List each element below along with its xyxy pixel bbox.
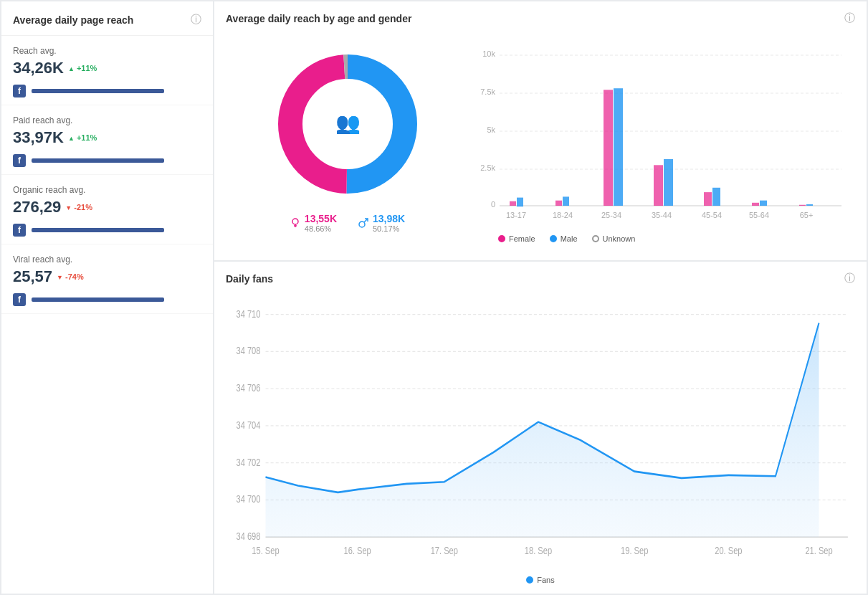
female-pct: 48.66%	[305, 224, 337, 233]
svg-rect-32	[806, 204, 813, 206]
svg-text:34 706: 34 706	[236, 382, 260, 394]
donut-labels: 13,55K 48.66% 13,98K	[290, 213, 405, 233]
svg-rect-19	[510, 201, 516, 206]
svg-text:34 700: 34 700	[236, 493, 260, 505]
metric-organic-reach-avg: Organic reach avg. 276,29 -21% f	[1, 175, 213, 244]
svg-text:0: 0	[491, 200, 495, 209]
male-label: 13,98K 50.17%	[358, 213, 405, 233]
metric-change-organic: -21%	[65, 203, 92, 211]
female-label: 13,55K 48.66%	[290, 213, 337, 233]
line-chart-area: 34 710 34 708 34 706 34 704 34 702 34 70…	[226, 295, 855, 571]
fans-legend-dot	[526, 576, 533, 584]
donut-chart: 👥	[269, 45, 426, 203]
male-value: 13,98K	[373, 213, 405, 224]
daily-fans-header: Daily fans ⓘ	[226, 272, 855, 285]
metric-change-paid: +11%	[68, 133, 97, 142]
metric-label-reach-avg: Reach avg.	[13, 46, 201, 56]
metric-label-paid: Paid reach avg.	[13, 115, 201, 125]
metric-change-viral: -74%	[57, 272, 84, 281]
age-gender-panel: Average daily reach by age and gender ⓘ	[214, 1, 867, 260]
fb-bar-wrap-3: f	[13, 293, 201, 306]
svg-text:15. Sep: 15. Sep	[252, 545, 279, 557]
svg-rect-31	[799, 205, 806, 206]
svg-text:10k: 10k	[482, 49, 495, 58]
svg-text:18-24: 18-24	[553, 211, 573, 219]
info-icon-age-gender[interactable]: ⓘ	[844, 11, 855, 25]
svg-rect-21	[555, 201, 562, 206]
svg-text:👥: 👥	[335, 111, 361, 135]
male-stats: 13,98K 50.17%	[373, 213, 405, 233]
svg-text:34 710: 34 710	[236, 308, 260, 320]
svg-rect-28	[712, 188, 720, 206]
info-icon-fans[interactable]: ⓘ	[844, 272, 855, 285]
fans-legend-item: Fans	[526, 576, 554, 584]
svg-rect-27	[704, 192, 712, 206]
bar-chart-section: 10k 7.5k 5k 2.5k 0	[469, 35, 855, 250]
metric-change-reach-avg: +11%	[68, 64, 97, 72]
daily-fans-title: Daily fans	[226, 273, 273, 285]
bar-chart-svg: 10k 7.5k 5k 2.5k 0	[469, 42, 848, 236]
svg-point-4	[292, 219, 298, 224]
fb-bar-wrap-2: f	[13, 224, 201, 237]
metric-viral-reach-avg: Viral reach avg. 25,57 -74% f	[1, 244, 213, 314]
female-symbol-icon	[290, 218, 300, 228]
svg-text:21. Sep: 21. Sep	[805, 545, 832, 557]
svg-text:34 704: 34 704	[236, 419, 260, 431]
svg-text:65+: 65+	[800, 211, 814, 219]
female-value: 13,55K	[305, 213, 337, 224]
svg-rect-24	[614, 88, 623, 206]
facebook-icon-3: f	[13, 293, 26, 306]
fb-bar-1	[32, 158, 164, 163]
svg-text:55-64: 55-64	[749, 211, 769, 219]
svg-rect-25	[654, 165, 663, 206]
fb-bar-2	[32, 228, 164, 232]
male-pct: 50.17%	[373, 224, 405, 233]
metric-label-viral: Viral reach avg.	[13, 254, 201, 265]
svg-text:18. Sep: 18. Sep	[525, 545, 552, 557]
age-gender-content: 👥 13,55K 48.66%	[226, 35, 855, 250]
daily-fans-panel: Daily fans ⓘ 34 710 34 708 34 706 34 704…	[214, 262, 867, 594]
age-gender-title: Average daily reach by age and gender	[226, 13, 411, 24]
svg-text:2.5k: 2.5k	[480, 163, 495, 172]
arrow-up-icon	[68, 64, 75, 72]
svg-text:45-54: 45-54	[702, 211, 722, 219]
donut-section: 👥 13,55K 48.66%	[226, 35, 469, 250]
info-icon-left[interactable]: ⓘ	[191, 13, 201, 27]
metric-value-organic: 276,29 -21%	[13, 198, 201, 216]
metric-value-paid: 33,97K +11%	[13, 128, 201, 147]
svg-rect-26	[664, 159, 673, 206]
fb-bar-wrap-0: f	[13, 85, 201, 97]
svg-rect-30	[760, 201, 767, 206]
svg-rect-29	[752, 203, 759, 206]
left-panel-title: Average daily page reach	[13, 14, 133, 26]
svg-point-7	[359, 222, 365, 227]
svg-text:7.5k: 7.5k	[480, 87, 495, 96]
legend-dot-unknown	[592, 235, 599, 242]
metric-label-organic: Organic reach avg.	[13, 185, 201, 195]
left-panel-header: Average daily page reach ⓘ	[1, 1, 213, 36]
female-stats: 13,55K 48.66%	[305, 213, 337, 233]
svg-text:5k: 5k	[487, 125, 495, 134]
svg-text:35-44: 35-44	[652, 211, 672, 219]
male-symbol-icon	[358, 218, 368, 228]
fb-bar-3	[32, 298, 164, 302]
facebook-icon-0: f	[13, 85, 26, 97]
svg-text:17. Sep: 17. Sep	[431, 545, 458, 557]
svg-text:25-34: 25-34	[601, 211, 621, 219]
fb-bar-0	[32, 89, 164, 93]
svg-text:34 708: 34 708	[236, 345, 260, 357]
metric-reach-avg: Reach avg. 34,26K +11% f	[1, 36, 213, 105]
svg-text:34 698: 34 698	[236, 530, 260, 543]
area-fill	[266, 323, 819, 538]
legend-dot-male	[550, 235, 557, 242]
left-panel: Average daily page reach ⓘ Reach avg. 34…	[1, 1, 213, 594]
metric-value-reach-avg: 34,26K +11%	[13, 59, 201, 77]
metric-value-viral: 25,57 -74%	[13, 267, 201, 286]
svg-text:16. Sep: 16. Sep	[344, 545, 371, 557]
svg-rect-22	[563, 196, 569, 206]
svg-text:20. Sep: 20. Sep	[715, 545, 742, 557]
bar-chart-area: 10k 7.5k 5k 2.5k 0	[469, 42, 848, 229]
age-gender-header: Average daily reach by age and gender ⓘ	[226, 11, 855, 25]
right-panel: Average daily reach by age and gender ⓘ	[214, 1, 867, 594]
fb-bar-wrap-1: f	[13, 154, 201, 167]
